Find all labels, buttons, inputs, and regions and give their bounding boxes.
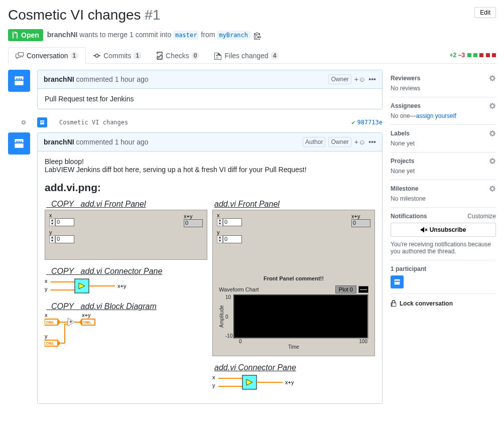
tab-conversation-count: 1 (70, 52, 79, 60)
chart-ylabel: Amplitude (219, 294, 224, 339)
comment: branchNI commented 1 hour ago Author Own… (37, 132, 383, 404)
unsubscribe-label: Unsubscribe (430, 226, 466, 233)
comment-author[interactable]: branchNI (44, 75, 74, 83)
labview-front-panel-right: x ▴▾0 y ▴▾0 x+y 0 Front Pa (212, 210, 375, 356)
projects-heading[interactable]: Projects (391, 158, 414, 165)
diffstat-block (467, 53, 471, 57)
avatar[interactable] (8, 70, 30, 92)
projects-body: None yet (391, 168, 496, 175)
participant-avatar[interactable] (391, 275, 404, 288)
reviewers-body: No reviews (391, 85, 496, 92)
commit-sha[interactable]: 987713e (357, 119, 383, 126)
plot-legend: Plot 0 (335, 285, 356, 293)
lv-y-input[interactable]: 0 (223, 235, 242, 243)
unsubscribe-button[interactable]: Unsubscribe (391, 223, 496, 237)
comment: branchNI commented 1 hour ago Owner +☺ •… (37, 70, 383, 109)
lock-conversation[interactable]: Lock conversation (391, 300, 496, 307)
lock-icon (391, 300, 397, 307)
kebab-icon[interactable]: ••• (368, 75, 376, 83)
labels-heading[interactable]: Labels (391, 130, 410, 137)
checklist-icon (157, 52, 163, 60)
check-icon[interactable]: ✔ (351, 119, 355, 126)
gear-icon[interactable] (489, 185, 496, 192)
commit-message[interactable]: Cosmetic VI changes (59, 119, 351, 126)
tab-conversation-label: Conversation (27, 52, 68, 60)
gear-icon[interactable] (489, 130, 496, 137)
comment-discussion-icon (16, 52, 24, 60)
comment-time[interactable]: 1 hour ago (115, 138, 149, 146)
base-branch[interactable]: master (173, 31, 199, 40)
comment-time[interactable]: 1 hour ago (115, 75, 149, 83)
assignees-heading[interactable]: Assignees (391, 102, 421, 109)
spinner-icon[interactable]: ▴▾ (49, 235, 55, 243)
waveform-chart-title: Waveform Chart (219, 286, 259, 292)
state-badge: Open (8, 29, 43, 41)
pr-number: #1 (145, 7, 160, 23)
clipboard-icon[interactable] (254, 32, 261, 40)
assignees-body: No one—assign yourself (391, 112, 496, 119)
labview-front-panel-left: x ▴▾0 y ▴▾0 x+y 0 (45, 210, 207, 260)
avatar[interactable] (8, 132, 30, 155)
commit-avatar[interactable] (37, 117, 47, 127)
chart-xlabel: Time (219, 344, 368, 350)
lv-y-input[interactable]: 0 (55, 235, 74, 243)
chart-ymin: -10 (225, 333, 232, 339)
edit-button[interactable]: Edit (474, 7, 496, 18)
merge-text: wants to merge 1 commit into (79, 31, 171, 39)
svg-text:DBL: DBL (83, 320, 92, 325)
spinner-icon[interactable]: ▴▾ (217, 235, 223, 243)
connector-diagram-right: x y x+y (212, 373, 313, 390)
comment-body: Pull Request test for Jenkins (38, 89, 382, 109)
reviewers-heading[interactable]: Reviewers (391, 75, 420, 82)
merge-info: branchNI wants to merge 1 commit into ma… (47, 31, 261, 39)
milestone-heading[interactable]: Milestone (391, 185, 418, 192)
spinner-icon[interactable]: ▴▾ (49, 218, 55, 226)
gear-icon[interactable] (489, 75, 496, 82)
lv-xy-label: x+y (351, 213, 370, 219)
assign-yourself-link[interactable]: assign yourself (416, 112, 456, 119)
svg-marker-11 (58, 319, 61, 325)
front-panel-comment: Front Panel comment!! (215, 275, 372, 281)
svg-text:x+y: x+y (82, 312, 91, 318)
front-panel-title-left: _COPY_ add.vi Front Panel (45, 199, 148, 210)
pr-title-text: Cosmetic VI changes (8, 7, 141, 23)
svg-text:x: x (212, 374, 215, 380)
pr-author[interactable]: branchNI (47, 31, 78, 39)
front-panel-title-right: add.vi Front Panel (212, 199, 282, 210)
diffstat-block (492, 53, 496, 57)
lv-x-input[interactable]: 0 (55, 218, 74, 226)
diff-heading: add.vi.png: (45, 182, 375, 194)
kebab-icon[interactable]: ••• (368, 138, 376, 146)
lv-xy-label: x+y (184, 213, 203, 219)
svg-text:y: y (45, 286, 48, 292)
commit-row[interactable]: Cosmetic VI changes ✔ 987713e (8, 116, 383, 132)
tab-files[interactable]: Files changed 4 (207, 47, 286, 64)
gear-icon[interactable] (489, 102, 496, 109)
add-reaction-icon[interactable]: +☺ (354, 138, 365, 146)
add-reaction-icon[interactable]: +☺ (354, 75, 365, 83)
gear-icon[interactable] (489, 158, 496, 165)
tab-checks[interactable]: Checks 0 (149, 47, 207, 64)
connector-title-right: add.vi Connector Pane (212, 362, 298, 373)
svg-text:DBL: DBL (46, 320, 55, 325)
tab-conversation[interactable]: Conversation 1 (8, 47, 86, 64)
deletions: −3 (458, 52, 465, 59)
diffstat-block (479, 53, 483, 57)
block-diagram-left: x DBL x+y DBL (45, 312, 150, 352)
lv-xy-output: 0 (351, 219, 370, 227)
svg-text:y: y (212, 382, 215, 388)
tab-commits-label: Commits (103, 52, 131, 60)
tab-commits[interactable]: Commits 1 (86, 47, 149, 64)
tab-checks-count: 0 (191, 52, 200, 60)
customize-link[interactable]: Customize (467, 213, 496, 220)
milestone-body: No milestone (391, 195, 496, 202)
chart-xmin: 0 (239, 339, 242, 344)
labels-body: None yet (391, 140, 496, 147)
comment-author[interactable]: branchNI (44, 138, 74, 146)
spinner-icon[interactable]: ▴▾ (217, 218, 223, 226)
lv-x-input[interactable]: 0 (223, 218, 242, 226)
file-diff-icon (214, 52, 221, 60)
assignees-prefix: No one— (391, 112, 416, 119)
head-branch[interactable]: myBranch (217, 31, 250, 40)
svg-marker-23 (58, 340, 61, 346)
